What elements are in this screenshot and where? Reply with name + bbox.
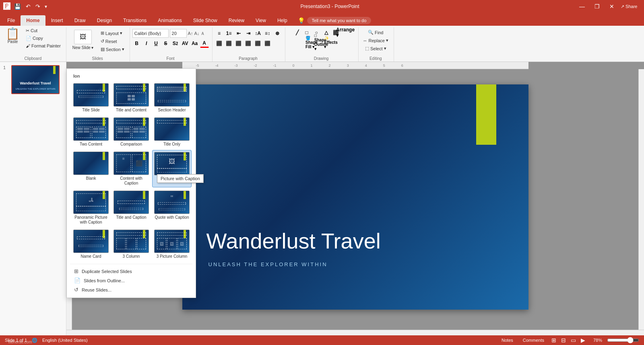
restore-button[interactable]: ❐ — [591, 2, 603, 10]
change-case-button[interactable]: Aa — [190, 39, 199, 48]
language-text: English (United States) — [42, 338, 88, 343]
layout-item-content-caption[interactable]: ⬛ ≡ Content with Caption — [112, 150, 151, 187]
layout-item-name-card[interactable]: Name Card — [72, 228, 110, 261]
slide-title[interactable]: Wanderlust Travel — [206, 228, 381, 253]
zoom-slider[interactable] — [607, 337, 639, 343]
new-slide-button[interactable]: 🖼 New Slide ▾ — [69, 29, 97, 52]
slide-canvas[interactable]: Wanderlust Travel UNLEASH THE EXPLORER W… — [182, 84, 528, 310]
columns-button[interactable]: ⬛ — [254, 39, 262, 48]
format-painter-button[interactable]: 🖌 Format Painter — [24, 43, 63, 49]
font-increase-button[interactable]: A↑ — [188, 31, 193, 36]
layout-item-title-caption[interactable]: Title and Caption — [112, 189, 151, 226]
shape-effects-button[interactable]: ✨ Effects ▾ — [326, 38, 335, 47]
layout-name-3-picture: 3 Picture Column — [157, 254, 188, 259]
slideshow-button[interactable]: ▶ — [581, 337, 585, 343]
layout-item-3-column[interactable]: 3 Column — [112, 228, 151, 261]
slide-thumbnail[interactable]: Wanderlust Travel UNLEASH THE EXPLORER W… — [11, 65, 60, 94]
strikethrough-button[interactable]: S — [161, 39, 170, 48]
vertical-scrollbar[interactable] — [638, 69, 644, 330]
layout-item-title-content[interactable]: Title and Content — [112, 82, 151, 114]
tab-help[interactable]: Help — [272, 15, 293, 26]
notes-button[interactable]: Notes — [499, 337, 516, 343]
paste-icon: 📋 — [6, 28, 20, 39]
numbering-button[interactable]: 1≡ — [225, 29, 233, 38]
layout-button[interactable]: ⊞ Layout ▾ — [99, 30, 126, 37]
new-slide-dropdown[interactable]: New Slide ▾ — [70, 44, 95, 51]
find-button[interactable]: 🔍 Find — [366, 29, 385, 36]
align-text-button[interactable]: ≡↕ — [263, 29, 272, 38]
cut-button[interactable]: ✂ Cut — [24, 27, 63, 34]
italic-button[interactable]: I — [142, 39, 151, 48]
close-button[interactable]: ✕ — [606, 2, 617, 10]
window-title: Presentation3 - PowerPoint — [300, 4, 359, 9]
font-size-input[interactable] — [170, 29, 187, 38]
new-slide-label: New Slide — [72, 45, 91, 50]
reset-button[interactable]: ↺ Reset — [99, 38, 126, 45]
quick-access-dropdown[interactable]: ▼ — [44, 4, 48, 9]
tab-view[interactable]: View — [250, 15, 272, 26]
clear-formatting-button[interactable]: Ａ — [200, 31, 205, 37]
layout-item-panoramic[interactable]: 🏞 Panoramic Picture with Caption — [72, 189, 110, 226]
reuse-slides-item[interactable]: ↺ Reuse Slides... — [70, 285, 192, 294]
layout-item-comparison[interactable]: Comparison — [112, 116, 151, 148]
line-tool[interactable]: ╱ — [293, 28, 301, 37]
normal-view-button[interactable]: ⊞ — [551, 337, 556, 343]
tab-insert[interactable]: Insert — [45, 15, 69, 26]
layout-item-blank[interactable]: Blank — [72, 150, 110, 187]
font-name-input[interactable] — [132, 29, 169, 38]
minimize-button[interactable]: — — [576, 2, 588, 10]
align-center-button[interactable]: ⬛ — [225, 39, 233, 48]
paste-button[interactable]: 📋 Paste — [3, 27, 22, 55]
layout-item-title-slide[interactable]: Title Slide — [72, 82, 110, 114]
quick-access-redo[interactable]: ↷ — [34, 2, 41, 10]
quick-access-save[interactable]: 💾 — [13, 2, 22, 10]
quick-access-undo[interactable]: ↶ — [25, 2, 32, 10]
text-direction-button[interactable]: ↕A — [254, 29, 262, 38]
font-color-button[interactable]: A — [200, 39, 209, 48]
arrange-button[interactable]: Arrange ▾ — [341, 28, 350, 37]
share-button[interactable]: ↗ Share — [621, 2, 641, 10]
tab-file[interactable]: File — [2, 15, 21, 26]
line-spacing-button[interactable]: ⬛ — [263, 39, 272, 48]
align-right-button[interactable]: ⬛ — [234, 39, 243, 48]
layout-item-picture-caption[interactable]: 🖼 Picture with — [152, 150, 192, 187]
layout-item-two-content[interactable]: Two Content — [72, 116, 110, 148]
slide-sorter-button[interactable]: ⊟ — [561, 337, 566, 343]
select-button[interactable]: ⬚ Select ▾ — [363, 45, 388, 52]
tab-slideshow[interactable]: Slide Show — [188, 15, 223, 26]
slides-from-outline-item[interactable]: 📄 Slides from Outline... — [70, 276, 192, 285]
bullets-button[interactable]: ≡ — [215, 29, 224, 38]
tab-home[interactable]: Home — [21, 15, 45, 26]
layout-thumb-title-only — [154, 117, 190, 141]
layout-item-section-header[interactable]: Section Header — [152, 82, 192, 114]
justify-button[interactable]: ⬛ — [244, 39, 253, 48]
comments-button[interactable]: Comments — [520, 337, 547, 343]
tab-draw[interactable]: Draw — [69, 15, 91, 26]
tab-transitions[interactable]: Transitions — [118, 15, 152, 26]
horizontal-scrollbar[interactable] — [66, 330, 644, 335]
align-left-button[interactable]: ⬛ — [215, 39, 224, 48]
duplicate-slides-item[interactable]: ⊞ Duplicate Selected Slides — [70, 267, 192, 276]
tab-design[interactable]: Design — [91, 15, 118, 26]
decrease-indent-button[interactable]: ⇤ — [234, 29, 243, 38]
tell-me-input[interactable]: Tell me what you want to do — [307, 17, 372, 24]
font-decrease-button[interactable]: A↓ — [194, 31, 199, 36]
layout-grid: Title Slide Title and Content — [70, 82, 192, 261]
new-slide-icon: 🖼 — [74, 30, 92, 44]
underline-button[interactable]: U — [152, 39, 161, 48]
text-shadow-button[interactable]: S2 — [171, 39, 180, 48]
layout-item-3-picture[interactable]: 🖼 🖼 🖼 3 Picture Column — [152, 228, 192, 261]
layout-item-title-only[interactable]: Title Only — [152, 116, 192, 148]
increase-indent-button[interactable]: ⇥ — [244, 29, 253, 38]
slide-subtitle[interactable]: UNLEASH THE EXPLORER WITHIN — [208, 261, 328, 267]
copy-button[interactable]: 📄 Copy — [24, 35, 63, 42]
replace-button[interactable]: ↔ Replace ▾ — [361, 37, 390, 44]
reading-view-button[interactable]: ▭ — [571, 337, 576, 343]
convert-smartart-button[interactable]: ⊛ — [273, 29, 282, 38]
character-spacing-button[interactable]: AV — [181, 39, 190, 48]
layout-item-quote-caption[interactable]: " Quote with Caption — [152, 189, 192, 226]
tab-animations[interactable]: Animations — [152, 15, 187, 26]
bold-button[interactable]: B — [132, 39, 141, 48]
section-button[interactable]: ▤ Section ▾ — [99, 46, 126, 53]
tab-review[interactable]: Review — [223, 15, 250, 26]
